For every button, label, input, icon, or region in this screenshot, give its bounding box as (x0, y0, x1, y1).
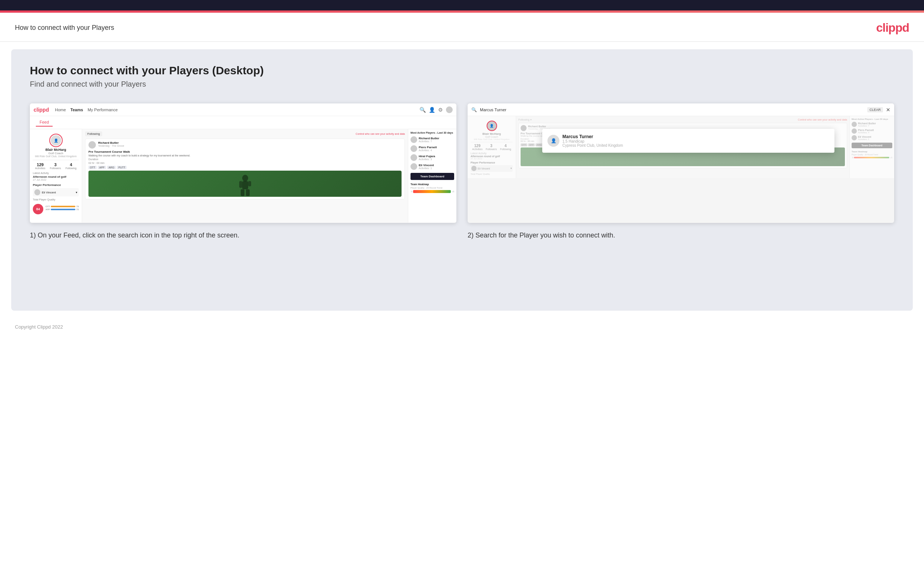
screenshot-frame-1: clippd Home Teams My Performance 🔍 👤 ⚙ (30, 104, 456, 223)
svg-rect-4 (239, 181, 242, 188)
stat-following: 4 Following (65, 162, 76, 169)
dim-pp-label: Player Performance (471, 161, 513, 164)
dim-arg: ARG (536, 143, 543, 146)
screenshot-frame-2: 🔍 Marcus Turner CLEAR ✕ 👤 Blair McHarg (468, 104, 894, 223)
player-perf-label: Player Performance (33, 183, 79, 187)
header-title: How to connect with your Players (15, 24, 114, 32)
logo: clippd (876, 21, 909, 35)
avatar-icon-1[interactable] (446, 106, 453, 113)
search-icon-1[interactable]: 🔍 (419, 107, 426, 113)
feed-tab-1[interactable]: Feed (36, 119, 53, 127)
following-btn[interactable]: Following (85, 132, 102, 136)
person-icon-1[interactable]: 👤 (429, 107, 435, 113)
quality-label: Total Player Quality (33, 198, 79, 201)
right-panel-1: Most Active Players - Last 30 days Richa… (408, 129, 456, 222)
ott-row: OTT 79 (45, 205, 79, 208)
screenshot-col-2: 🔍 Marcus Turner CLEAR ✕ 👤 Blair McHarg (468, 104, 894, 240)
act-title: Pre Tournament Course Walk (89, 150, 401, 153)
search-bar-overlay: 🔍 Marcus Turner CLEAR ✕ (468, 104, 894, 116)
dim-app: APP (528, 143, 535, 146)
team-heatmap-label: Team Heatmap (411, 183, 454, 185)
nav-home[interactable]: Home (55, 107, 66, 112)
dim-date: 27 Jul 2022 (471, 157, 513, 160)
pl-avatar-4 (411, 163, 417, 170)
pl-activities-1: Activities: 7 (419, 140, 439, 143)
dim-heatmap: Team Heatmap (851, 151, 892, 153)
app-row: APP 70 (45, 208, 79, 211)
profile-club: Mill Ride Golf Club, United Kingdom (33, 155, 79, 157)
tag-ott: OTT (89, 166, 97, 169)
search-result-club: Cypress Point Club, United Kingdom (562, 143, 623, 148)
dim-heatmap-sub: Player Quality · 20 Round Trend (851, 153, 892, 156)
dim-club: Mill Ride Golf Club, United Kingdom (471, 138, 513, 140)
svg-point-0 (242, 175, 248, 182)
step2-text: 2) Search for the Player you wish to con… (468, 231, 894, 240)
dim-ott: OTT (521, 143, 527, 146)
dim-left-panel: 👤 Blair McHarg Golf Coach Mill Ride Golf… (468, 116, 516, 178)
dim-quality: Total Player Quality (471, 173, 513, 175)
heatmap-scale: -5 +5 (411, 190, 454, 193)
dim-stats: 129Activities 3Followers 4Following (471, 144, 513, 151)
selected-player: Eli Vincent (42, 191, 56, 194)
search-result-item[interactable]: 👤 Marcus Turner 1.5 Handicap Cypress Poi… (545, 132, 832, 150)
dim-title: Golf Coach (471, 136, 513, 138)
control-link[interactable]: Control who can see your activity and da… (356, 133, 405, 135)
svg-rect-5 (248, 181, 251, 186)
nav-items-1: Home Teams My Performance (55, 107, 118, 112)
act-name: Richard Butler (98, 141, 124, 144)
pl-info-1: Richard Butler Activities: 7 (419, 136, 439, 143)
player-list-item-4: Eli Vincent Activities: 1 (411, 163, 454, 170)
dim-profile: 👤 Blair McHarg Golf Coach Mill Ride Golf… (471, 119, 513, 142)
profile-name: Blair McHarg (33, 148, 79, 152)
score-bars: OTT 79 APP 70 (45, 205, 79, 211)
dim-name: Blair McHarg (471, 132, 513, 136)
golfer-image (89, 170, 401, 197)
tag-app: APP (98, 166, 106, 169)
pl-activities-3: Activities: 3 (419, 158, 435, 161)
header: How to connect with your Players clippd (0, 13, 924, 42)
dim-avatar: 👤 (487, 120, 497, 131)
team-heatmap-sub: Player Quality · 20 Round Trend (411, 187, 454, 189)
search-input-mock[interactable]: Marcus Turner (480, 107, 864, 112)
score-circle: 84 (33, 204, 43, 214)
dropdown-icon: ▾ (76, 191, 77, 194)
pl-info-3: Hiral Fujara Activities: 3 (419, 154, 435, 161)
player-select[interactable]: Eli Vincent ▾ (33, 188, 79, 196)
tag-putt: PUTT (117, 166, 126, 169)
close-btn[interactable]: ✕ (886, 107, 890, 113)
dim-heatmap-scale: -5 +5 (851, 156, 892, 159)
nav-my-performance[interactable]: My Performance (88, 107, 118, 112)
act-user-info: Richard Butler Yesterday · The Grove (98, 141, 124, 147)
left-panel-1: 👤 Blair McHarg Golf Coach Mill Ride Golf… (30, 129, 82, 222)
dim-act-avatar (521, 125, 527, 131)
nav-teams[interactable]: Teams (71, 107, 83, 112)
latest-activity-date: 27 Jul 2022 (33, 179, 79, 181)
search-result-avatar: 👤 (547, 135, 559, 147)
team-dashboard-btn[interactable]: Team Dashboard (411, 173, 454, 180)
avatar: 👤 (50, 135, 62, 146)
act-sub: Yesterday · The Grove (98, 144, 124, 147)
app-logo-small-1: clippd (34, 107, 49, 113)
search-icon-2: 🔍 (471, 107, 477, 112)
player-list-item-1: Richard Butler Activities: 7 (411, 136, 454, 143)
dimmed-bg: 👤 Blair McHarg Golf Coach Mill Ride Golf… (468, 116, 894, 178)
intro-subtitle: Find and connect with your Players (30, 80, 894, 88)
step1-text: 1) On your Feed, click on the search ico… (30, 231, 456, 240)
svg-rect-3 (246, 189, 250, 196)
top-bar (0, 0, 924, 10)
search-dropdown: 👤 Marcus Turner 1.5 Handicap Cypress Poi… (542, 129, 835, 153)
following-row: Following Control who can see your activ… (85, 132, 405, 136)
settings-icon-1[interactable]: ⚙ (438, 107, 443, 113)
activity-header: Richard Butler Yesterday · The Grove (89, 141, 401, 149)
most-active-title: Most Active Players - Last 30 days (411, 132, 454, 134)
app-nav-1: clippd Home Teams My Performance 🔍 👤 ⚙ (30, 104, 456, 116)
latest-activity-value: Afternoon round of golf (33, 175, 79, 179)
pl-avatar-2 (411, 145, 417, 152)
nav-right-1: 🔍 👤 ⚙ (419, 106, 453, 113)
profile-section: 👤 Blair McHarg Golf Coach Mill Ride Golf… (33, 132, 79, 160)
intro-title: How to connect with your Players (Deskto… (30, 64, 894, 77)
clear-btn[interactable]: CLEAR (867, 107, 883, 112)
pl-name-1: Richard Butler (419, 136, 439, 140)
dim-most-active: Most Active Players - Last 30 days (851, 118, 892, 120)
copyright: Copyright Clippd 2022 (15, 324, 63, 330)
